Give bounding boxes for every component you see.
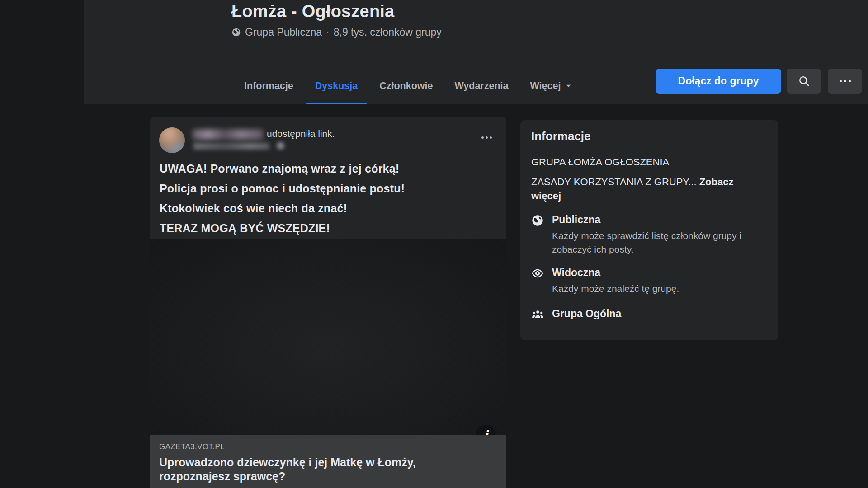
tab-label: Członkowie [379, 80, 433, 92]
post-text-line: UWAGA! Porwano znajomą wraz z jej córką! [160, 162, 495, 175]
eye-icon [531, 267, 545, 296]
tab-label: Wydarzenia [454, 80, 508, 92]
post-privacy-icon-blurred [277, 142, 284, 150]
group-type-title: Grupa Ogólna [552, 308, 621, 320]
tab-label: Więcej [530, 80, 561, 92]
link-preview-footer[interactable]: GAZETA3.VOT.PL Uprowadzono dziewczynkę i… [150, 435, 506, 488]
visibility-item: Widoczna Każdy może znaleźć tę grupę. [531, 267, 768, 296]
tab-dyskusja[interactable]: Dyskusja [304, 68, 368, 104]
facebook-group-page: Łomża - Ogłoszenia Grupa Publiczna · 8,9… [0, 0, 868, 488]
ellipsis-icon [840, 80, 851, 82]
link-preview-image[interactable] [150, 239, 506, 435]
tab-informacje[interactable]: Informacje [233, 68, 304, 104]
link-domain: GAZETA3.VOT.PL [159, 442, 497, 451]
post-options-button[interactable] [476, 128, 497, 146]
header-divider [231, 60, 863, 60]
globe-icon [531, 214, 545, 256]
group-info-card: Informacje GRUPA ŁOMŻA OGŁOSZENIA ZASADY… [520, 120, 778, 340]
join-group-button[interactable]: Dołącz do grupy [656, 69, 781, 94]
group-tabs: Informacje Dyskusja Członkowie Wydarzeni… [233, 68, 583, 104]
search-icon [798, 75, 810, 87]
visibility-description: Każdy może znaleźć tę grupę. [552, 282, 765, 296]
tab-label: Informacje [244, 80, 293, 92]
privacy-description: Każdy może sprawdzić listę członków grup… [552, 229, 765, 256]
group-about-line: GRUPA ŁOMŻA OGŁOSZENIA [531, 156, 669, 168]
post-text-line: TERAZ MOGĄ BYĆ WSZĘDZIE! [160, 221, 495, 235]
group-header: Łomża - Ogłoszenia Grupa Publiczna · 8,9… [84, 0, 868, 104]
tab-wiecej[interactable]: Więcej [519, 68, 584, 104]
post-author-name-blurred[interactable] [193, 129, 263, 140]
post-text-line: Ktokolwiek coś wie niech da znać! [160, 202, 495, 215]
chevron-down-icon [565, 82, 572, 90]
post-shared-label: udostępniła link. [267, 128, 335, 139]
people-icon [531, 308, 545, 321]
group-options-button[interactable] [828, 69, 862, 94]
globe-icon [231, 28, 241, 37]
tab-czlonkowie[interactable]: Członkowie [368, 68, 443, 104]
privacy-title: Publiczna [552, 214, 765, 226]
group-type-item: Grupa Ogólna [531, 308, 768, 321]
subtitle-separator: · [326, 26, 330, 38]
post-text-line: Policja prosi o pomoc i udostępnianie po… [160, 182, 495, 195]
ellipsis-icon [481, 136, 484, 139]
group-subtitle: Grupa Publiczna · 8,9 tys. członków grup… [231, 26, 442, 38]
group-privacy-label: Grupa Publiczna [245, 26, 322, 38]
privacy-item-public: Publiczna Każdy może sprawdzić listę czł… [531, 214, 768, 256]
search-button[interactable] [787, 69, 821, 94]
rules-truncated-text: ZASADY KORZYSTANIA Z GRUPY... [531, 176, 697, 188]
tab-wydarzenia[interactable]: Wydarzenia [443, 68, 519, 104]
avatar[interactable] [159, 127, 185, 153]
avatar-blurred-photo [159, 127, 185, 153]
visibility-title: Widoczna [552, 267, 765, 279]
group-members-count[interactable]: 8,9 tys. członków grupy [334, 26, 442, 38]
post-card: udostępniła link. UWAGA! Porwano znajomą… [150, 117, 506, 488]
page-title: Łomża - Ogłoszenia [231, 2, 394, 21]
info-heading: Informacje [531, 129, 591, 143]
post-timestamp-blurred[interactable] [193, 143, 269, 150]
link-title: Uprowadzono dziewczynkę i jej Matkę w Ło… [159, 455, 453, 483]
post-text: UWAGA! Porwano znajomą wraz z jej córką!… [160, 162, 495, 241]
group-rules-line: ZASADY KORZYSTANIA Z GRUPY... Zobacz wię… [531, 175, 747, 203]
tab-label: Dyskusja [315, 80, 358, 92]
